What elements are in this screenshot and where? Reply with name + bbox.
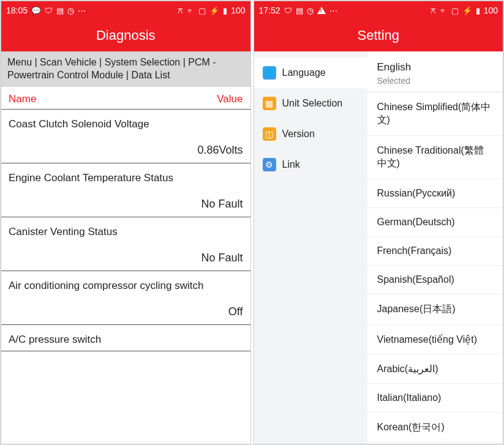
wifi-icon: ᯤ [440, 7, 448, 15]
lang-item[interactable]: French(Français) [367, 237, 503, 266]
more-icon: ⋯ [78, 7, 86, 15]
menu-item-link[interactable]: ⚙ Link [254, 149, 367, 180]
breadcrumb: Menu | Scan Vehicle | System Selection |… [1, 51, 250, 87]
row-label: Air conditioning compressor cycling swit… [9, 271, 243, 297]
selected-label: Selected [367, 76, 503, 92]
lang-item[interactable]: Russian(Русский) [367, 179, 503, 208]
data-list[interactable]: Coast Clutch Solenoid Voltage 0.86Volts … [1, 110, 250, 444]
note-icon: ▤ [56, 7, 64, 15]
charge-icon: ⚡ [209, 7, 219, 15]
data-row[interactable]: Canister Venting Status No Fault [1, 217, 250, 271]
lang-item[interactable]: Japanese(日本語) [367, 294, 503, 325]
row-label: Engine Coolant Temperature Status [9, 163, 243, 189]
chat-icon: 💬 [31, 7, 41, 15]
status-time: 18:05 [6, 6, 28, 15]
diagnosis-screen: 18:05 💬 🛡 ▤ ◷ ⋯ ⚻ ᯤ ▢ ⚡ ▮ 100 Diagnosis … [1, 1, 251, 444]
row-label: Canister Venting Status [9, 217, 243, 243]
lang-item[interactable]: Vietnamese(tiếng Việt) [367, 325, 503, 354]
clock-icon: ◷ [307, 7, 314, 15]
menu-label: Version [282, 129, 315, 140]
more-icon: ⋯ [329, 7, 337, 15]
setting-screen: 17:52 🛡 ▤ ◷ ⋯ ⚻ ᯤ ▢ ⚡ ▮ 100 Setting 🌐 La… [254, 1, 504, 444]
row-label: A/C pressure switch [9, 325, 243, 351]
lang-item[interactable]: Chinese Traditional(繁體中文) [367, 136, 503, 179]
data-row[interactable]: A/C pressure switch [1, 325, 250, 351]
lang-item[interactable]: Arabic(العربية) [367, 354, 503, 384]
wifi-icon: ᯤ [187, 7, 195, 15]
current-language[interactable]: English [367, 51, 503, 76]
lang-item[interactable]: Spanish(Español) [367, 266, 503, 294]
globe-icon: 🌐 [263, 66, 276, 80]
lang-item[interactable]: German(Deutsch) [367, 208, 503, 237]
rotate-icon: ▢ [198, 7, 206, 15]
setting-menu: 🌐 Language ▦ Unit Selection ◫ Version ⚙ … [254, 51, 367, 444]
unit-icon: ▦ [263, 97, 276, 110]
status-bar: 18:05 💬 🛡 ▤ ◷ ⋯ ⚻ ᯤ ▢ ⚡ ▮ 100 [1, 1, 250, 20]
warning-icon [317, 7, 326, 14]
data-header: Name Value [1, 87, 250, 110]
version-icon: ◫ [263, 127, 276, 141]
shield-icon: 🛡 [284, 7, 292, 15]
menu-label: Language [282, 67, 326, 78]
battery-icon: ▮ [476, 7, 480, 15]
data-row[interactable]: Coast Clutch Solenoid Voltage 0.86Volts [1, 110, 250, 163]
battery-pct: 100 [231, 6, 245, 15]
menu-item-version[interactable]: ◫ Version [254, 119, 367, 149]
lang-item[interactable]: Korean(한국어) [367, 413, 503, 443]
page-title: Setting [254, 20, 503, 51]
language-panel: English Selected Chinese Simplified(简体中文… [367, 51, 503, 444]
menu-label: Unit Selection [282, 98, 343, 109]
page-title: Diagnosis [1, 20, 250, 51]
battery-icon: ▮ [223, 7, 227, 15]
charge-icon: ⚡ [462, 7, 472, 15]
clock-icon: ◷ [67, 7, 74, 15]
status-bar: 17:52 🛡 ▤ ◷ ⋯ ⚻ ᯤ ▢ ⚡ ▮ 100 [254, 1, 503, 20]
row-value: No Fault [9, 243, 243, 271]
data-row[interactable]: Engine Coolant Temperature Status No Fau… [1, 163, 250, 217]
bluetooth-icon: ⚻ [431, 7, 436, 15]
status-time: 17:52 [259, 6, 280, 15]
row-value: 0.86Volts [9, 135, 243, 163]
note-icon: ▤ [296, 7, 303, 15]
menu-item-unit[interactable]: ▦ Unit Selection [254, 88, 367, 119]
col-name: Name [9, 93, 36, 105]
shield-icon: 🛡 [45, 7, 53, 15]
col-value: Value [217, 93, 243, 105]
menu-label: Link [282, 159, 300, 170]
menu-item-language[interactable]: 🌐 Language [254, 58, 367, 88]
link-icon: ⚙ [263, 158, 276, 171]
data-row[interactable]: Air conditioning compressor cycling swit… [1, 271, 250, 325]
lang-item[interactable]: Chinese Simplified(简体中文) [367, 92, 503, 136]
row-label: Coast Clutch Solenoid Voltage [9, 110, 243, 135]
row-value: Off [9, 297, 243, 324]
lang-item[interactable]: Italian(Italiano) [367, 384, 503, 413]
rotate-icon: ▢ [451, 7, 459, 15]
row-value: No Fault [9, 189, 243, 217]
battery-pct: 100 [484, 6, 498, 15]
bluetooth-icon: ⚻ [178, 7, 183, 15]
